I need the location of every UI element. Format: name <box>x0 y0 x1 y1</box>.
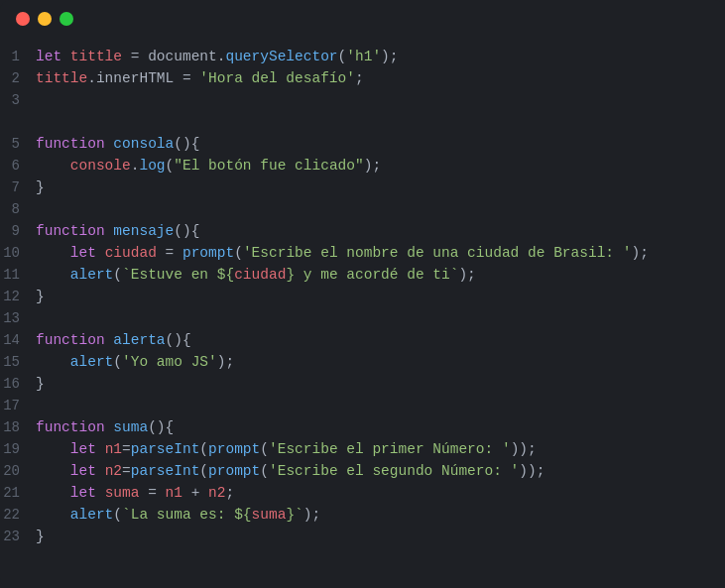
close-button[interactable] <box>16 12 30 26</box>
code-line: 22 alert(`La suma es: ${suma}`); <box>0 504 725 526</box>
code-line: 10 let ciudad = prompt('Escribe el nombr… <box>0 242 725 264</box>
code-line: 20 let n2=parseInt(prompt('Escribe el se… <box>0 460 725 482</box>
code-line: 8 <box>0 198 725 220</box>
code-line: 3 <box>0 89 725 111</box>
code-line: 11 alert(`Estuve en ${ciudad} y me acord… <box>0 264 725 286</box>
code-line: 9 function mensaje(){ <box>0 220 725 242</box>
code-line: 17 <box>0 395 725 416</box>
code-line: 19 let n1=parseInt(prompt('Escribe el pr… <box>0 438 725 460</box>
code-line: 5 function consola(){ <box>0 133 725 155</box>
code-line: 2 tittle.innerHTML = 'Hora del desafío'; <box>0 67 725 89</box>
code-line: 15 alert('Yo amo JS'); <box>0 351 725 373</box>
code-line: 12 } <box>0 286 725 307</box>
code-line: 1 let tittle = document.querySelector('h… <box>0 46 725 67</box>
maximize-button[interactable] <box>60 12 73 26</box>
code-line: 23 } <box>0 526 725 547</box>
title-bar <box>0 0 725 38</box>
code-line: 7 } <box>0 176 725 198</box>
code-line: 14 function alerta(){ <box>0 329 725 351</box>
code-line <box>0 111 725 133</box>
minimize-button[interactable] <box>38 12 52 26</box>
code-editor[interactable]: 1 let tittle = document.querySelector('h… <box>0 38 725 588</box>
code-line: 18 function suma(){ <box>0 416 725 438</box>
editor-window: 1 let tittle = document.querySelector('h… <box>0 0 725 588</box>
code-line: 21 let suma = n1 + n2; <box>0 482 725 504</box>
code-line: 16 } <box>0 373 725 395</box>
code-line: 13 <box>0 307 725 329</box>
code-line: 6 console.log("El botón fue clicado"); <box>0 155 725 176</box>
